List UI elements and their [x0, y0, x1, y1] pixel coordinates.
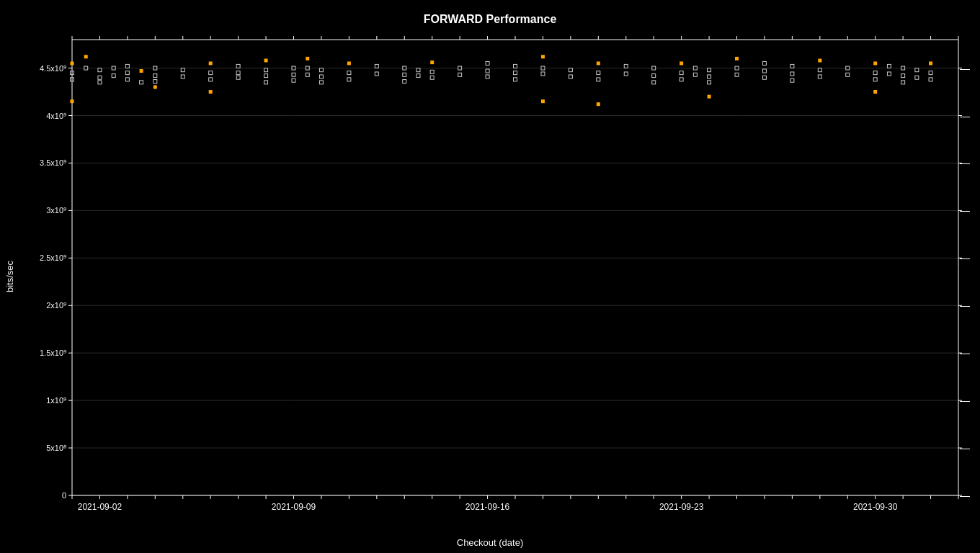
chart-canvas: [0, 0, 980, 553]
chart-container: [0, 0, 980, 553]
